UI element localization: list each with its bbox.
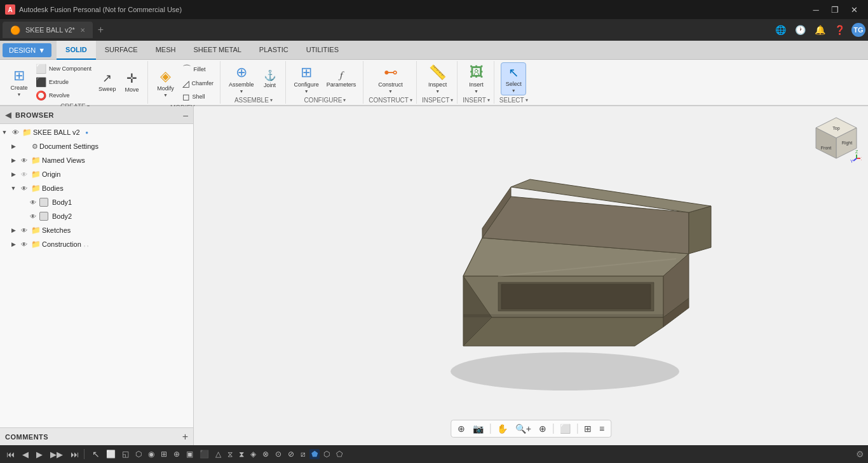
- parameters-button[interactable]: 𝑓 Parameters: [323, 67, 360, 90]
- anim-settings-button[interactable]: ⚙: [856, 449, 864, 459]
- zoom-button[interactable]: ⊕: [536, 422, 549, 435]
- skip-start-button[interactable]: ⏮: [4, 448, 17, 460]
- tab-plastic[interactable]: PLASTIC: [250, 41, 297, 60]
- tab-globe-icon[interactable]: 🌐: [773, 24, 789, 36]
- nav-cube[interactable]: Top Front Right X Z Y: [811, 113, 862, 163]
- tab-sheet-metal[interactable]: SHEET METAL: [184, 41, 250, 60]
- select-button[interactable]: ↖ Select ▼: [501, 62, 526, 95]
- minimize-button[interactable]: ─: [807, 3, 825, 17]
- tab-surface[interactable]: SURFACE: [96, 41, 147, 60]
- tab-help-icon[interactable]: ❓: [832, 24, 848, 36]
- orient-button[interactable]: ⊕: [455, 422, 468, 435]
- anim-tool-15[interactable]: ⊙: [273, 448, 284, 460]
- assemble-group-label[interactable]: ASSEMBLE ▾: [234, 97, 273, 104]
- sketches-expand[interactable]: ▶: [9, 226, 18, 235]
- display-mode-button[interactable]: ⬜: [557, 422, 573, 435]
- anim-tool-16[interactable]: ⊘: [285, 448, 297, 460]
- viewport[interactable]: Top Front Right X Z Y ⊕ 📷: [194, 106, 868, 445]
- anim-tool-5[interactable]: ◉: [146, 448, 157, 460]
- select-group-label[interactable]: SELECT ▾: [499, 97, 528, 104]
- zoom-in-button[interactable]: 🔍+: [513, 422, 534, 435]
- move-button[interactable]: ✛ Move: [121, 69, 144, 95]
- tab-bell-icon[interactable]: 🔔: [812, 24, 828, 36]
- new-component-button[interactable]: ⬜ New Component: [33, 62, 94, 75]
- root-vis-icon[interactable]: 👁: [10, 127, 20, 137]
- anim-tool-14[interactable]: ⊗: [260, 448, 271, 460]
- anim-tool-20[interactable]: ⬠: [334, 448, 345, 460]
- comments-add-button[interactable]: +: [182, 431, 188, 443]
- tree-named-views[interactable]: ▶ 👁 📁 Named Views: [0, 153, 193, 167]
- insert-group-label[interactable]: INSERT ▾: [463, 97, 490, 104]
- tab-user-icon[interactable]: TG: [851, 23, 865, 37]
- anim-tool-17[interactable]: ⧄: [298, 448, 308, 460]
- new-tab-button[interactable]: +: [93, 24, 109, 36]
- play-button[interactable]: ▶: [34, 448, 45, 460]
- configure-group-label[interactable]: CONFIGURE ▾: [304, 97, 346, 104]
- construct-button[interactable]: ⊷ Construct ▼: [375, 62, 406, 95]
- root-expand[interactable]: ▼: [0, 128, 9, 137]
- camera-button[interactable]: 📷: [470, 422, 486, 435]
- anim-tool-1[interactable]: ↖: [90, 448, 102, 460]
- anim-tool-9[interactable]: ⬛: [197, 448, 212, 460]
- anim-tool-2[interactable]: ⬜: [104, 448, 118, 460]
- tab-solid[interactable]: SOLID: [57, 41, 96, 60]
- inspect-button[interactable]: 📏 Inspect ▼: [425, 62, 451, 95]
- modify-button[interactable]: ◈ Modify ▼: [153, 66, 179, 99]
- tree-body1[interactable]: 👁 Body1: [0, 195, 193, 209]
- design-button[interactable]: DESIGN ▼: [3, 43, 51, 57]
- sweep-button[interactable]: ↗ Sweep: [95, 69, 119, 95]
- anim-tool-18[interactable]: ⬟: [309, 449, 320, 459]
- tab-utilities[interactable]: UTILITIES: [297, 41, 348, 60]
- anim-tool-4[interactable]: ⬡: [133, 448, 144, 460]
- browser-back-button[interactable]: ◀: [5, 110, 11, 120]
- tree-body2[interactable]: 👁 Body2: [0, 209, 193, 223]
- create-sub-group: ⬜ New Component ⬛ Extrude ⭕ Revolve: [33, 62, 94, 102]
- tree-document-settings[interactable]: ▶ ⚙ Document Settings: [0, 139, 193, 153]
- anim-tool-10[interactable]: △: [213, 448, 224, 460]
- tab-mesh[interactable]: MESH: [147, 41, 185, 60]
- joint-button[interactable]: ⚓ Joint: [259, 67, 281, 91]
- fillet-button[interactable]: ⌒ Fillet: [180, 62, 217, 76]
- revolve-button[interactable]: ⭕ Revolve: [33, 89, 94, 102]
- active-tab[interactable]: 🟠 SKEE BALL v2* ✕: [3, 22, 93, 38]
- construct-group-label[interactable]: CONSTRUCT ▾: [369, 97, 412, 104]
- anim-tool-6[interactable]: ⊞: [158, 448, 170, 460]
- tree-bodies[interactable]: ▼ 👁 📁 Bodies: [0, 181, 193, 195]
- bodies-expand[interactable]: ▼: [9, 184, 18, 193]
- shell-button[interactable]: ◻ Shell: [180, 90, 217, 103]
- pan-button[interactable]: ✋: [494, 422, 510, 435]
- inspect-group-label[interactable]: INSPECT ▾: [422, 97, 453, 104]
- named-views-expand[interactable]: ▶: [9, 156, 18, 165]
- anim-tool-12[interactable]: ⧗: [236, 448, 247, 460]
- tree-sketches[interactable]: ▶ 👁 📁 Sketches: [0, 223, 193, 237]
- anim-tool-13[interactable]: ◈: [248, 448, 259, 460]
- maximize-button[interactable]: ❐: [826, 3, 844, 17]
- tree-origin[interactable]: ▶ 👁 📁 Origin: [0, 167, 193, 181]
- close-button[interactable]: ✕: [845, 3, 863, 17]
- doc-settings-expand[interactable]: ▶: [9, 142, 18, 151]
- tree-root[interactable]: ▼ 👁 📁 SKEE BALL v2 ●: [0, 125, 193, 139]
- skip-end-button[interactable]: ⏭: [68, 448, 81, 460]
- origin-expand[interactable]: ▶: [9, 170, 18, 179]
- tab-close-button[interactable]: ✕: [80, 27, 85, 34]
- browser-collapse-button[interactable]: –: [183, 110, 188, 120]
- assemble-button[interactable]: ⊕ Assemble ▼: [226, 62, 257, 95]
- anim-tool-3[interactable]: ◱: [119, 448, 132, 460]
- chamfer-button[interactable]: ◿ Chamfer: [180, 77, 217, 90]
- next-frame-button[interactable]: ▶▶: [48, 448, 65, 460]
- prev-frame-button[interactable]: ◀: [20, 448, 31, 460]
- configure-button[interactable]: ⊞ Configure ▼: [291, 62, 322, 95]
- grid-button[interactable]: ⊞: [581, 422, 594, 435]
- construction-expand[interactable]: ▶: [9, 240, 18, 249]
- more-button[interactable]: ≡: [597, 422, 607, 435]
- tree-construction[interactable]: ▶ 👁 📁 Construction , ,: [0, 237, 193, 251]
- anim-tool-11[interactable]: ⧖: [225, 448, 235, 460]
- insert-button[interactable]: 🖼 Insert ▼: [464, 62, 489, 95]
- anim-tool-19[interactable]: ⬡: [321, 448, 332, 460]
- tab-clock-icon[interactable]: 🕐: [792, 24, 808, 36]
- anim-tool-8[interactable]: ▣: [184, 448, 196, 460]
- anim-tool-7[interactable]: ⊕: [171, 448, 182, 460]
- root-dot: ●: [83, 128, 92, 137]
- create-component-button[interactable]: ⊞ Create ▼: [6, 66, 32, 99]
- extrude-button[interactable]: ⬛ Extrude: [33, 76, 94, 88]
